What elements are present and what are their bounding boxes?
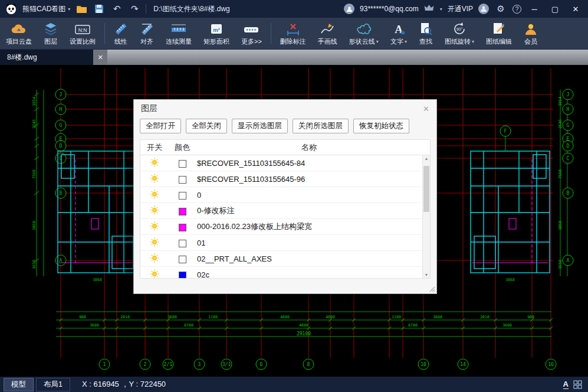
- user-avatar[interactable]: [478, 4, 489, 14]
- layer-row[interactable]: $RECOVER_151103155645-96: [140, 171, 430, 187]
- toolbar-edit-drawing[interactable]: 图纸编辑: [480, 18, 518, 49]
- bulb-on-icon: [150, 237, 159, 247]
- close-selected-layers-button[interactable]: 关闭所选图层: [293, 119, 349, 133]
- scrollbar-thumb[interactable]: [423, 166, 429, 212]
- layer-name: 01: [196, 239, 422, 247]
- help-icon[interactable]: ?: [513, 5, 521, 14]
- maximize-button[interactable]: ▢: [547, 1, 563, 17]
- layer-color-cell[interactable]: [169, 238, 196, 247]
- layer-color-cell[interactable]: [169, 158, 196, 167]
- toolbar-delete-annotation[interactable]: 删除标注: [274, 18, 312, 49]
- align-dim-icon: [140, 21, 154, 36]
- delete-annotation-icon: [286, 21, 300, 36]
- svg-text:4800: 4800: [299, 323, 308, 328]
- bulb-on-icon: [150, 158, 159, 167]
- svg-text:A: A: [567, 258, 570, 263]
- svg-text:1: 1: [103, 362, 106, 367]
- panda-logo-icon: [5, 2, 18, 15]
- layer-row[interactable]: 0: [140, 187, 430, 203]
- layer-row[interactable]: 0-修改标注: [140, 203, 430, 219]
- tab-close-icon[interactable]: ✕: [93, 50, 107, 65]
- toolbar-continuous-measure[interactable]: 连续测量: [160, 18, 198, 49]
- tab-drawing[interactable]: 8#楼.dwg: [0, 50, 93, 65]
- scroll-up-icon[interactable]: ▲: [425, 156, 429, 161]
- svg-text:7560: 7560: [558, 169, 563, 179]
- layer-row[interactable]: 000-2016.02.23修改板上结构梁宽: [140, 219, 430, 235]
- layer-color-swatch: [179, 240, 186, 247]
- layer-color-cell[interactable]: [169, 190, 196, 199]
- layer-on-toggle[interactable]: [140, 158, 169, 169]
- dialog-resize-grip[interactable]: [428, 285, 435, 292]
- close-button[interactable]: ✕: [568, 1, 583, 17]
- close-all-layers-button[interactable]: 全部关闭: [186, 119, 227, 133]
- layer-row[interactable]: 01: [140, 235, 430, 251]
- vip-badge-icon[interactable]: [424, 4, 435, 14]
- layer-color-cell[interactable]: [169, 174, 196, 183]
- layer-on-toggle[interactable]: [140, 190, 169, 201]
- grid-toggle-icon[interactable]: [573, 380, 582, 389]
- layer-table: 开关 颜色 名称 $RECOVER_151103155645-84: [140, 139, 431, 279]
- toolbar-more[interactable]: 更多>>: [235, 18, 268, 49]
- layer-on-toggle[interactable]: [140, 174, 169, 185]
- toolbar-rect-area[interactable]: m² 矩形面积: [198, 18, 235, 49]
- account-email[interactable]: 93******0@qq.com: [360, 5, 419, 13]
- settings-gear-icon[interactable]: ⚙: [494, 2, 507, 15]
- svg-text:B: B: [567, 191, 570, 196]
- file-path: D:\图纸文件夹\8#楼.dwg: [153, 4, 229, 14]
- toolbar-text[interactable]: A 文字▾: [385, 18, 413, 49]
- find-icon: [419, 21, 433, 36]
- model-tab[interactable]: 模型: [4, 378, 34, 391]
- toolbar-shape-cloud[interactable]: 形状云线▾: [343, 18, 385, 49]
- toolbar-freehand-line[interactable]: 手画线: [312, 18, 343, 49]
- layer-table-body: $RECOVER_151103155645-84 $RECOVER_151103…: [140, 155, 430, 278]
- layer-color-cell[interactable]: [169, 206, 196, 215]
- layout1-tab[interactable]: 布局1: [36, 378, 70, 391]
- text-style-icon[interactable]: A: [563, 380, 569, 389]
- open-file-button[interactable]: [75, 2, 88, 15]
- toolbar-linear-dim[interactable]: 线性: [108, 18, 134, 49]
- undo-button[interactable]: ↶: [110, 2, 123, 15]
- layer-on-toggle[interactable]: [140, 221, 169, 233]
- svg-text:H: H: [567, 107, 570, 112]
- revision-cloud-icon: [356, 21, 372, 36]
- cursor-coordinates: X : 616945 ，Y : 722450: [82, 379, 166, 390]
- layer-row[interactable]: $RECOVER_151103155645-84: [140, 155, 430, 171]
- chevron-down-icon: ▾: [68, 6, 70, 12]
- layer-name: 02__PRT_ALL_AXES: [196, 254, 422, 263]
- restore-initial-state-button[interactable]: 恢复初始状态: [353, 119, 409, 133]
- layer-color-cell[interactable]: [169, 254, 196, 263]
- minimize-button[interactable]: ─: [527, 1, 542, 17]
- layer-row[interactable]: 02c: [140, 267, 430, 278]
- layers-icon: [44, 21, 58, 36]
- layer-row[interactable]: 02__PRT_ALL_AXES: [140, 251, 430, 267]
- toolbar-project-cloud[interactable]: 项目云盘: [0, 18, 38, 49]
- layer-on-toggle[interactable]: [140, 205, 169, 217]
- layer-on-toggle[interactable]: [140, 269, 169, 279]
- layer-on-toggle[interactable]: [140, 253, 169, 264]
- svg-text:2646: 2646: [32, 119, 37, 129]
- svg-text:3600: 3600: [90, 323, 99, 328]
- svg-text:3868: 3868: [558, 221, 563, 230]
- show-selected-layers-button[interactable]: 显示所选图层: [232, 119, 288, 133]
- svg-text:1650: 1650: [32, 260, 37, 269]
- dialog-close-icon[interactable]: ✕: [423, 104, 429, 113]
- layer-name: 000-2016.02.23修改板上结构梁宽: [196, 221, 422, 232]
- svg-text:1100: 1100: [208, 315, 218, 319]
- toolbar-align-dim[interactable]: 对齐: [134, 18, 160, 49]
- toolbar-rotate-drawing[interactable]: 90° 图纸旋转▾: [439, 18, 480, 49]
- layer-color-cell[interactable]: [169, 270, 196, 278]
- open-vip-button[interactable]: 开通VIP: [448, 4, 473, 14]
- toolbar-set-scale[interactable]: N:N 设置比例: [64, 18, 101, 49]
- app-menu[interactable]: 熊猫CAD看图 ▾: [22, 4, 70, 14]
- layer-on-toggle[interactable]: [140, 237, 169, 249]
- layer-color-swatch: [179, 192, 186, 200]
- layer-name: 0: [196, 191, 422, 200]
- save-button[interactable]: [93, 2, 106, 15]
- open-all-layers-button[interactable]: 全部打开: [140, 119, 181, 133]
- toolbar-find[interactable]: 查找: [413, 18, 439, 49]
- toolbar-layers[interactable]: 图层: [38, 18, 64, 49]
- scroll-down-icon[interactable]: ▼: [425, 273, 429, 277]
- layer-color-cell[interactable]: [169, 222, 196, 231]
- toolbar-member[interactable]: 会员: [518, 18, 544, 49]
- redo-button[interactable]: ↷: [128, 2, 141, 15]
